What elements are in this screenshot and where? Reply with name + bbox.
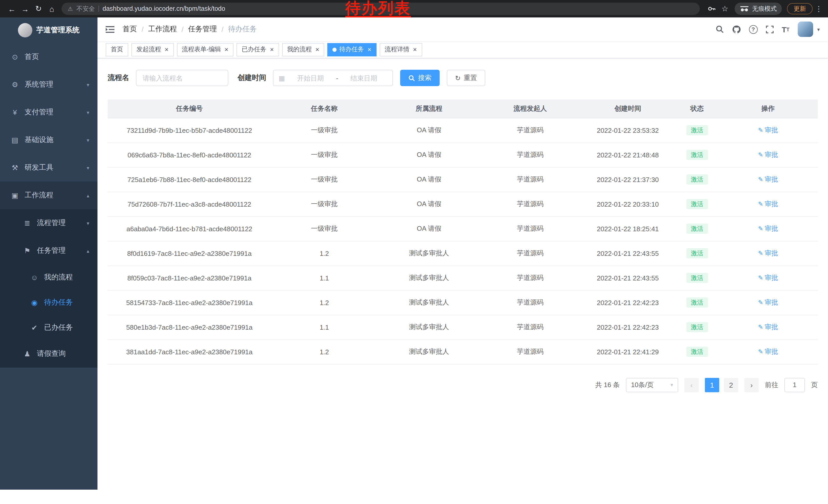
- tab-label: 首页: [111, 45, 123, 54]
- approve-link[interactable]: ✎审批: [758, 299, 778, 306]
- tab-start-process[interactable]: 发起流程 ×: [131, 43, 174, 56]
- cell-process: 测试多审批人: [378, 266, 481, 290]
- breadcrumb-separator: /: [222, 25, 224, 33]
- sidebar-item-dev-tools[interactable]: ⚒ 研发工具 ▾: [0, 154, 97, 182]
- breadcrumb-item[interactable]: 工作流程: [148, 25, 177, 34]
- approve-link[interactable]: ✎审批: [758, 249, 778, 257]
- create-time-label: 创建时间: [238, 73, 266, 83]
- github-icon[interactable]: [732, 25, 741, 34]
- forward-icon[interactable]: →: [18, 2, 32, 15]
- cell-status: 激活: [676, 118, 718, 142]
- cell-task-id: 8f059c03-7ac8-11ec-a9e2-a2380e71991a: [108, 266, 271, 290]
- cell-action: ✎审批: [718, 339, 818, 364]
- cell-action: ✎审批: [718, 167, 818, 192]
- update-button[interactable]: 更新: [787, 3, 813, 14]
- approve-link[interactable]: ✎审批: [758, 323, 778, 331]
- close-icon[interactable]: ×: [270, 46, 274, 53]
- close-icon[interactable]: ×: [224, 46, 228, 53]
- incognito-label: 无痕模式: [752, 4, 777, 13]
- column-header: 创建时间: [580, 99, 676, 118]
- start-date-input[interactable]: [287, 74, 334, 82]
- help-icon[interactable]: ?: [749, 25, 757, 34]
- sidebar-item-system[interactable]: ⚙ 系统管理 ▾: [0, 71, 97, 98]
- breadcrumb-item[interactable]: 任务管理: [188, 25, 217, 34]
- reload-icon[interactable]: ↻: [32, 2, 45, 15]
- font-size-icon[interactable]: TT: [782, 25, 790, 34]
- sidebar-item-label: 支付管理: [25, 108, 53, 117]
- logo-avatar: [18, 23, 32, 37]
- approve-link[interactable]: ✎审批: [758, 274, 778, 281]
- table-row: 580e1b3d-7ac8-11ec-a9e2-a2380e71991a1.1测…: [108, 315, 818, 339]
- cell-initiator: 芋道源码: [481, 315, 580, 339]
- cell-process: OA 请假: [378, 118, 481, 142]
- home-icon[interactable]: ⌂: [45, 2, 58, 15]
- user-avatar[interactable]: [798, 21, 813, 37]
- date-range-picker[interactable]: ▦ -: [273, 70, 393, 86]
- sidebar-item-done-tasks[interactable]: ✔ 已办任务: [0, 315, 97, 340]
- approve-link[interactable]: ✎审批: [758, 225, 778, 232]
- approve-link[interactable]: ✎审批: [758, 126, 778, 134]
- fullscreen-icon[interactable]: [766, 26, 773, 33]
- total-count: 共 16 条: [595, 380, 620, 390]
- approve-link[interactable]: ✎审批: [758, 348, 778, 355]
- bookmark-star-icon[interactable]: ☆: [718, 2, 732, 15]
- search-icon[interactable]: [715, 25, 723, 33]
- tab-process-detail[interactable]: 流程详情 ×: [380, 43, 422, 56]
- process-name-input[interactable]: [136, 70, 228, 86]
- key-icon[interactable]: [705, 2, 718, 15]
- cell-task-name: 1.1: [271, 266, 378, 290]
- cell-action: ✎审批: [718, 118, 818, 142]
- tab-todo-tasks[interactable]: 待办任务 ×: [328, 43, 377, 56]
- tab-my-process[interactable]: 我的流程 ×: [282, 43, 325, 56]
- page-button-2[interactable]: 2: [724, 378, 738, 392]
- close-icon[interactable]: ×: [165, 46, 169, 53]
- sidebar-item-leave-query[interactable]: ♟ 请假查询: [0, 340, 97, 368]
- breadcrumb-item[interactable]: 首页: [123, 25, 137, 34]
- approve-link[interactable]: ✎审批: [758, 175, 778, 183]
- tab-form-edit[interactable]: 流程表单-编辑 ×: [177, 43, 234, 56]
- avatar-caret-icon[interactable]: ▾: [817, 27, 820, 32]
- cell-create-time: 2022-01-21 22:42:23: [580, 290, 676, 315]
- cell-process: OA 请假: [378, 192, 481, 216]
- flag-icon: ⚑: [23, 246, 32, 255]
- cell-task-name: 1.2: [271, 241, 378, 266]
- page-size-select[interactable]: 10条/页 ▾: [626, 378, 678, 392]
- end-date-input[interactable]: [340, 74, 387, 82]
- search-button[interactable]: 搜索: [400, 70, 440, 86]
- goto-page-input[interactable]: [784, 378, 805, 392]
- close-icon[interactable]: ×: [413, 46, 417, 53]
- sidebar-item-todo-tasks[interactable]: ◉ 待办任务: [0, 290, 97, 315]
- approve-link[interactable]: ✎审批: [758, 151, 778, 158]
- sidebar-item-task-mgmt[interactable]: ⚑ 任务管理 ▴: [0, 237, 97, 265]
- cell-task-id: a6aba0a4-7b6d-11ec-b781-acde48001122: [108, 216, 271, 241]
- prev-page-button[interactable]: ‹: [685, 378, 699, 392]
- next-page-button[interactable]: ›: [744, 378, 759, 392]
- breadcrumb-separator: /: [181, 25, 184, 33]
- page-button-1[interactable]: 1: [705, 378, 719, 392]
- date-separator: -: [336, 74, 338, 82]
- sidebar-item-label: 基础设施: [25, 135, 53, 145]
- tab-label: 发起流程: [136, 45, 161, 54]
- table-body: 73211d9d-7b9b-11ec-b5b7-acde48001122一级审批…: [108, 118, 818, 364]
- cell-process: 测试多审批人: [378, 339, 481, 364]
- sidebar-item-payment[interactable]: ¥ 支付管理 ▾: [0, 98, 97, 126]
- sidebar-item-workflow[interactable]: ▣ 工作流程 ▴: [0, 182, 97, 209]
- reset-button[interactable]: ↻ 重置: [447, 70, 485, 86]
- tab-done-tasks[interactable]: 已办任务 ×: [237, 43, 279, 56]
- warning-icon: ⚠: [68, 5, 73, 12]
- close-icon[interactable]: ×: [316, 46, 319, 53]
- hamburger-icon[interactable]: [106, 26, 114, 33]
- close-icon[interactable]: ×: [368, 46, 371, 53]
- back-icon[interactable]: ←: [5, 2, 18, 15]
- sidebar-item-process-mgmt[interactable]: ≣ 流程管理 ▾: [0, 209, 97, 237]
- clipboard-icon: ▣: [10, 191, 19, 199]
- approve-link[interactable]: ✎审批: [758, 200, 778, 208]
- sidebar-item-my-process[interactable]: ☺ 我的流程: [0, 265, 97, 290]
- browser-menu-icon[interactable]: ⋮: [815, 2, 823, 15]
- column-header: 状态: [676, 99, 718, 118]
- sidebar-item-infrastructure[interactable]: ▤ 基础设施 ▾: [0, 126, 97, 154]
- page-numbers: 12: [705, 378, 738, 392]
- page-unit-label: 页: [811, 380, 818, 390]
- sidebar-item-home[interactable]: ⊙ 首页: [0, 43, 97, 71]
- tab-home[interactable]: 首页: [106, 43, 128, 56]
